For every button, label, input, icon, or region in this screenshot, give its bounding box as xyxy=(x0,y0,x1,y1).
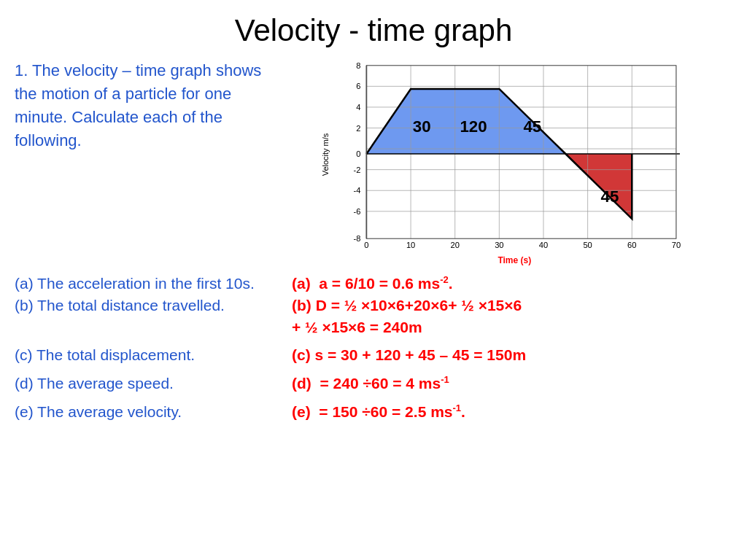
top-section: 1. The velocity – time graph shows the m… xyxy=(0,55,747,267)
svg-text:120: 120 xyxy=(460,117,487,136)
svg-text:70: 70 xyxy=(672,241,681,249)
y-axis-label: Velocity m/s xyxy=(321,133,330,176)
svg-text:50: 50 xyxy=(583,241,592,249)
description-text: 1. The velocity – time graph shows the m… xyxy=(15,55,263,152)
qa-row-d: (d) The average speed. (d) = 240 ÷60 = 4… xyxy=(15,374,732,392)
question-e: (e) The average velocity. xyxy=(15,403,292,421)
answer-d: (d) = 240 ÷60 = 4 ms-1 xyxy=(292,374,449,392)
qa-row-a: (a) The acceleration in the first 10s. (… xyxy=(15,274,732,292)
svg-text:45: 45 xyxy=(523,117,541,136)
answer-a: (a) a = 6/10 = 0.6 ms-2. xyxy=(292,274,453,292)
svg-text:0: 0 xyxy=(356,149,360,158)
x-axis-label: Time (s) xyxy=(498,255,531,265)
svg-text:10: 10 xyxy=(406,241,415,249)
question-b: (b) The total distance travelled. xyxy=(15,297,292,314)
svg-text:30: 30 xyxy=(413,117,431,136)
graph-svg: 8 6 4 2 0 -2 -4 -6 -8 0 10 20 30 40 50 6… xyxy=(337,55,684,249)
qa-section: (a) The acceleration in the first 10s. (… xyxy=(0,274,747,421)
svg-text:8: 8 xyxy=(356,61,360,70)
svg-text:-2: -2 xyxy=(353,166,360,174)
qa-row-b2: + ½ ×15×6 = 240m xyxy=(15,319,732,336)
question-c: (c) The total displacement. xyxy=(15,346,292,364)
answer-b2: + ½ ×15×6 = 240m xyxy=(15,319,422,336)
graph-container: Velocity m/s xyxy=(270,55,732,267)
qa-row-c: (c) The total displacement. (c) s = 30 +… xyxy=(15,346,732,364)
svg-text:20: 20 xyxy=(451,241,460,249)
svg-text:0: 0 xyxy=(364,241,368,249)
svg-text:4: 4 xyxy=(356,103,360,112)
answer-e: (e) = 150 ÷60 = 2.5 ms-1. xyxy=(292,402,465,421)
qa-row-e: (e) The average velocity. (e) = 150 ÷60 … xyxy=(15,402,732,421)
svg-text:-4: -4 xyxy=(353,186,360,195)
svg-text:-6: -6 xyxy=(353,207,360,216)
page-title: Velocity - time graph xyxy=(0,0,747,55)
svg-text:6: 6 xyxy=(356,82,360,90)
question-a: (a) The acceleration in the first 10s. xyxy=(15,275,292,292)
graph-area: Velocity m/s xyxy=(311,55,691,267)
question-d: (d) The average speed. xyxy=(15,375,292,392)
svg-text:2: 2 xyxy=(356,124,360,133)
qa-row-b: (b) The total distance travelled. (b) D … xyxy=(15,297,732,314)
svg-text:60: 60 xyxy=(627,241,636,249)
svg-text:30: 30 xyxy=(495,241,503,249)
answer-c: (c) s = 30 + 120 + 45 – 45 = 150m xyxy=(292,346,526,364)
svg-text:45: 45 xyxy=(601,187,619,206)
answer-b: (b) D = ½ ×10×6+20×6+ ½ ×15×6 xyxy=(292,297,522,314)
svg-text:-8: -8 xyxy=(353,234,360,243)
svg-text:40: 40 xyxy=(539,241,548,249)
